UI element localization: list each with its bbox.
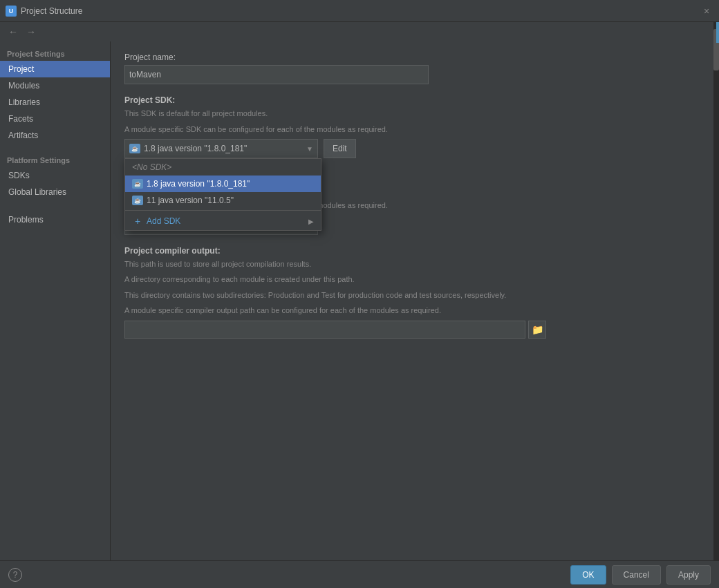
- compiler-output-input[interactable]: [124, 321, 525, 339]
- compiler-output-row: 📁: [124, 321, 705, 339]
- sidebar-item-libraries[interactable]: Libraries: [0, 94, 110, 111]
- nav-arrows: ← →: [0, 22, 719, 41]
- dropdown-separator: [125, 210, 321, 211]
- sidebar-item-project[interactable]: Project: [0, 61, 110, 77]
- sdk-dropdown-container: ☕ 1.8 java version "1.8.0_181" ▼ <No SDK…: [124, 139, 318, 158]
- sidebar-item-artifacts[interactable]: Artifacts: [0, 127, 110, 144]
- sidebar-item-sdks[interactable]: SDKs: [0, 167, 110, 184]
- scroll-bar[interactable]: [713, 22, 719, 560]
- browse-folder-button[interactable]: 📁: [528, 321, 546, 339]
- apply-button[interactable]: Apply: [666, 565, 711, 585]
- right-edge-accent: [716, 22, 719, 43]
- compiler-desc-3: This directory contains two subdirectori…: [124, 290, 705, 301]
- sidebar-item-problems[interactable]: Problems: [0, 211, 110, 228]
- sdk-dropdown-popup: <No SDK> ☕ 1.8 java version "1.8.0_181" …: [124, 158, 321, 231]
- compiler-desc-4: A module specific compiler output path c…: [124, 305, 705, 316]
- compiler-desc-1: This path is used to store all project c…: [124, 258, 705, 270]
- sdk-18-icon: ☕: [132, 179, 143, 189]
- folder-icon: 📁: [532, 324, 543, 335]
- cancel-button[interactable]: Cancel: [612, 565, 661, 585]
- bottom-buttons: OK Cancel Apply: [570, 565, 711, 585]
- main-layout: Project Settings Project Modules Librari…: [0, 41, 719, 560]
- sdk-option-no-sdk[interactable]: <No SDK>: [125, 159, 321, 176]
- compiler-desc-2: A directory corresponding to each module…: [124, 274, 705, 285]
- plus-icon: +: [132, 216, 143, 227]
- project-settings-label: Project Settings: [0, 44, 110, 61]
- bottom-bar: ? OK Cancel Apply: [0, 560, 719, 588]
- project-name-label: Project name:: [124, 53, 705, 62]
- sidebar-item-facets[interactable]: Facets: [0, 111, 110, 127]
- sidebar-item-modules[interactable]: Modules: [0, 77, 110, 94]
- sdk-row: ☕ 1.8 java version "1.8.0_181" ▼ <No SDK…: [124, 139, 705, 158]
- sdk-desc-2: A module specific SDK can be configured …: [124, 124, 705, 135]
- sdk-dropdown[interactable]: ☕ 1.8 java version "1.8.0_181" ▼: [124, 139, 318, 158]
- platform-settings-label: Platform Settings: [0, 151, 110, 167]
- forward-button[interactable]: →: [24, 25, 39, 39]
- edit-sdk-button[interactable]: Edit: [324, 139, 356, 158]
- sdk-icon: ☕: [129, 144, 140, 153]
- help-button[interactable]: ?: [8, 568, 22, 582]
- dropdown-arrow-icon: ▼: [306, 145, 313, 153]
- compiler-output-label: Project compiler output:: [124, 246, 705, 256]
- sdk-option-18[interactable]: ☕ 1.8 java version "1.8.0_181": [125, 176, 321, 192]
- sidebar-item-global-libraries[interactable]: Global Libraries: [0, 184, 110, 200]
- back-button[interactable]: ←: [6, 25, 21, 39]
- close-button[interactable]: ×: [700, 4, 713, 18]
- project-sdk-label: Project SDK:: [124, 95, 705, 105]
- sdk-option-11[interactable]: ☕ 11 java version "11.0.5": [125, 192, 321, 209]
- app-icon: U: [6, 6, 17, 17]
- sdk-option-add[interactable]: + Add SDK ▶: [125, 212, 321, 230]
- sdk-desc-1: This SDK is default for all project modu…: [124, 108, 705, 120]
- sdk-11-icon: ☕: [132, 196, 143, 205]
- title-bar: U Project Structure ×: [0, 0, 719, 22]
- sdk-selected-value: 1.8 java version "1.8.0_181": [144, 144, 247, 153]
- title-bar-text: Project Structure: [21, 6, 82, 16]
- add-sdk-arrow-icon: ▶: [308, 218, 314, 225]
- project-name-input[interactable]: [124, 65, 429, 84]
- ok-button[interactable]: OK: [570, 565, 606, 585]
- sidebar: Project Settings Project Modules Librari…: [0, 41, 111, 560]
- content-area: Project name: Project SDK: This SDK is d…: [111, 41, 719, 560]
